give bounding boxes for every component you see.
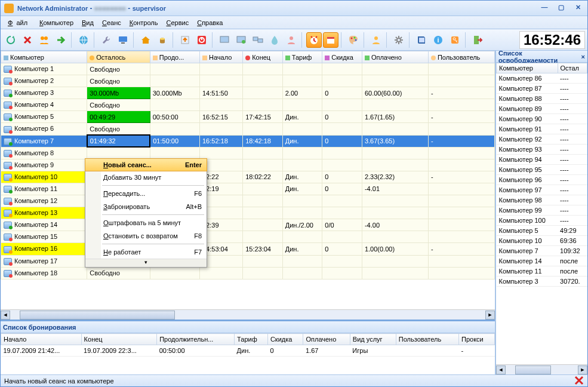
booking-grid[interactable]: НачалоКонецПродолжительн...ТарифСкидкаОп… bbox=[1, 333, 495, 357]
user-icon[interactable] bbox=[284, 32, 299, 48]
home-icon[interactable] bbox=[138, 32, 153, 48]
context-menu-item[interactable]: Оштрафовать на 5 минут bbox=[85, 216, 207, 229]
list-item[interactable]: Компьютер 93---- bbox=[497, 145, 587, 155]
column-header[interactable]: Конец bbox=[243, 51, 283, 63]
list-item[interactable]: Компьютер 96---- bbox=[497, 175, 587, 185]
alarm-icon[interactable] bbox=[306, 32, 322, 48]
menu-service[interactable]: Сервис bbox=[163, 18, 193, 27]
table-row[interactable]: Компьютер 4Свободно bbox=[1, 99, 495, 111]
table-row[interactable]: Компьютер 1152:19Дин.0-4.01 bbox=[1, 183, 495, 195]
column-header[interactable]: Скидка bbox=[267, 334, 303, 345]
table-row[interactable]: Компьютер 1052:2218:02:22Дин.02.33(2.32)… bbox=[1, 171, 495, 183]
list-item[interactable]: Компьютер 99---- bbox=[497, 205, 587, 216]
table-row[interactable]: Компьютер 1Свободно bbox=[1, 63, 495, 75]
table-row[interactable]: Компьютер 16Время вышло00:30:0014:53:041… bbox=[1, 243, 495, 255]
list-item[interactable]: Компьютер 94---- bbox=[497, 155, 587, 165]
titlebar[interactable]: Network Administrator - ■■■■■■■■ - super… bbox=[1, 1, 587, 16]
table-row[interactable]: Компьютер 17Свободно bbox=[1, 255, 495, 267]
gear-icon[interactable] bbox=[391, 32, 407, 48]
column-header[interactable]: Продо... bbox=[150, 51, 199, 63]
refresh-icon[interactable] bbox=[3, 32, 19, 48]
screen1-icon[interactable] bbox=[217, 32, 232, 48]
person-icon[interactable] bbox=[368, 32, 384, 48]
menu-view[interactable]: Вид bbox=[78, 18, 97, 27]
expand-menu-icon[interactable]: ▾ bbox=[85, 259, 207, 267]
list-item[interactable]: Компьютер 88---- bbox=[497, 94, 587, 104]
table-row[interactable]: Компьютер 500:49:2900:50:0016:52:1517:42… bbox=[1, 111, 495, 123]
column-header[interactable]: Оплачено bbox=[362, 51, 428, 63]
context-menu-item[interactable]: ЗабронироватьAlt+B bbox=[85, 200, 207, 213]
context-menu-item[interactable]: Новый сеанс...Enter bbox=[85, 158, 207, 171]
menu-help[interactable]: Справка bbox=[193, 18, 226, 27]
menu-computer[interactable]: Компьютер bbox=[36, 18, 77, 27]
table-row[interactable]: Компьютер 8 bbox=[1, 147, 495, 159]
context-menu-item[interactable]: Не работаетF7 bbox=[85, 245, 207, 259]
column-header[interactable]: Компьютер bbox=[497, 63, 558, 73]
list-item[interactable]: Компьютер 7109:32 bbox=[497, 246, 587, 256]
list-item[interactable]: Компьютер 1069:36 bbox=[497, 236, 587, 246]
menu-file[interactable]: Файл bbox=[4, 18, 35, 27]
context-menu-item[interactable]: Добавить 30 минут bbox=[85, 171, 207, 184]
table-row[interactable]: Компьютер 2Свободно bbox=[1, 75, 495, 87]
info-icon[interactable]: i bbox=[430, 32, 446, 48]
table-row[interactable]: Компьютер 1452:39Дин./2.000/0-4.00 bbox=[1, 219, 495, 231]
list-item[interactable]: Компьютер 98---- bbox=[497, 195, 587, 205]
monitor-icon[interactable] bbox=[115, 32, 131, 48]
column-header[interactable]: Начало bbox=[200, 51, 243, 63]
horizontal-scrollbar[interactable]: ◄ ► bbox=[1, 309, 495, 320]
close-button[interactable]: ✕ bbox=[572, 4, 584, 13]
column-header[interactable]: Вид услуг bbox=[350, 334, 396, 345]
table-row[interactable]: Компьютер 18Свободно bbox=[1, 267, 495, 279]
minimize-button[interactable]: ― bbox=[538, 4, 550, 13]
table-row[interactable]: Компьютер 701:49:3201:50:0016:52:1818:42… bbox=[1, 135, 495, 147]
side-scrollbar[interactable]: ◄ ► bbox=[496, 364, 587, 374]
list-item[interactable]: Компьютер 89---- bbox=[497, 104, 587, 114]
column-header[interactable]: Продолжительн... bbox=[157, 334, 235, 345]
users-icon[interactable] bbox=[36, 32, 52, 48]
calendar-icon[interactable] bbox=[323, 32, 338, 48]
list-item[interactable]: Компьютер 95---- bbox=[497, 165, 587, 175]
scroll-left-icon[interactable]: ◄ bbox=[496, 366, 506, 374]
column-header[interactable]: Остал bbox=[558, 63, 587, 73]
column-header[interactable]: Компьютер bbox=[1, 51, 87, 63]
status-error-icon[interactable] bbox=[574, 376, 584, 386]
close-panel-icon[interactable]: × bbox=[581, 53, 585, 60]
menu-control[interactable]: Контроль bbox=[126, 18, 162, 27]
list-item[interactable]: Компьютер 91---- bbox=[497, 124, 587, 134]
table-row[interactable]: Компьютер 15 bbox=[1, 231, 495, 243]
globe-icon[interactable] bbox=[76, 32, 91, 48]
table-row[interactable]: Компьютер 6Свободно bbox=[1, 123, 495, 135]
column-header[interactable]: Тариф bbox=[235, 334, 268, 345]
scroll-right-icon[interactable]: ► bbox=[485, 311, 495, 320]
scroll-left-icon[interactable]: ◄ bbox=[1, 311, 10, 320]
list-item[interactable]: Компьютер 14после bbox=[497, 256, 587, 266]
forward-icon[interactable] bbox=[53, 32, 69, 48]
list-item[interactable]: Компьютер 11после bbox=[497, 266, 587, 277]
table-row[interactable]: 19.07.2009 21:42...19.07.2009 22:3...00:… bbox=[1, 345, 495, 357]
maximize-button[interactable]: ▢ bbox=[555, 4, 567, 13]
column-header[interactable]: Прокси bbox=[459, 334, 495, 345]
availability-grid[interactable]: КомпьютерОсталКомпьютер 86----Компьютер … bbox=[496, 63, 587, 364]
power-icon[interactable] bbox=[194, 32, 210, 48]
context-menu-item[interactable]: Остановить с возвратомF8 bbox=[85, 229, 207, 242]
column-header[interactable]: Пользователь bbox=[428, 51, 494, 63]
table-row[interactable]: Компьютер 9 bbox=[1, 159, 495, 171]
list-item[interactable]: Компьютер 87---- bbox=[497, 84, 587, 94]
paint-icon[interactable] bbox=[346, 32, 361, 48]
menu-session[interactable]: Сеанс bbox=[98, 18, 125, 27]
main-grid[interactable]: КомпьютерОсталосьПродо...НачалоКонецТари… bbox=[1, 51, 495, 309]
column-header[interactable]: Конец bbox=[81, 334, 157, 345]
table-row[interactable]: Компьютер 13 bbox=[1, 207, 495, 219]
column-header[interactable]: Осталось bbox=[87, 51, 150, 63]
list-item[interactable]: Компьютер 97---- bbox=[497, 185, 587, 195]
list-item[interactable]: Компьютер 90---- bbox=[497, 114, 587, 124]
exit-icon[interactable] bbox=[470, 32, 485, 48]
list-item[interactable]: Компьютер 549:29 bbox=[497, 226, 587, 236]
list-item[interactable]: Компьютер 100---- bbox=[497, 216, 587, 226]
key-icon[interactable] bbox=[447, 32, 463, 48]
column-header[interactable]: Скидка bbox=[322, 51, 362, 63]
screens-icon[interactable] bbox=[250, 32, 266, 48]
column-header[interactable]: Начало bbox=[1, 334, 82, 345]
context-menu-item[interactable]: Пересадить...F6 bbox=[85, 187, 207, 200]
table-row[interactable]: Компьютер 12 bbox=[1, 195, 495, 207]
